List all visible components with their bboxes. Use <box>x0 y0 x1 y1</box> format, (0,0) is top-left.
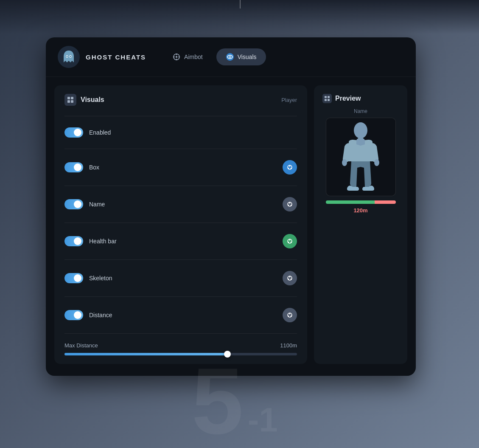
toggle-row-name: Name <box>64 193 297 216</box>
toggle-knob-health <box>74 237 81 245</box>
label-distance: Distance <box>89 312 112 318</box>
preview-distance: 120m <box>353 207 367 214</box>
toggle-left-enabled: Enabled <box>64 127 111 138</box>
label-name: Name <box>89 201 105 208</box>
visuals-panel-title: Visuals <box>81 96 104 104</box>
preview-icon <box>322 94 332 103</box>
divider-5 <box>64 259 297 260</box>
divider-6 <box>64 296 297 297</box>
toggle-left-health: Health bar <box>64 236 117 246</box>
visuals-panel: Visuals Player Enabled <box>54 85 307 364</box>
svg-point-26 <box>288 205 289 206</box>
slider-header: Max Distance 1100m <box>64 342 297 349</box>
divider-2 <box>64 149 297 149</box>
toggle-distance[interactable] <box>64 310 83 320</box>
svg-rect-18 <box>71 100 73 103</box>
svg-point-14 <box>229 56 230 57</box>
svg-point-28 <box>289 239 291 241</box>
toggle-enabled[interactable] <box>64 127 83 138</box>
color-btn-distance[interactable] <box>283 308 297 322</box>
visuals-icon <box>226 53 234 61</box>
toggle-knob-box <box>74 163 81 171</box>
health-red <box>375 200 396 204</box>
svg-point-46 <box>374 159 379 166</box>
toggle-left-box: Box <box>64 162 99 172</box>
svg-point-25 <box>291 205 292 206</box>
svg-point-43 <box>354 122 367 138</box>
divider-1 <box>64 116 297 116</box>
slider-label: Max Distance <box>64 342 98 349</box>
toggle-row-box: Box <box>64 156 297 179</box>
preview-panel: Preview Name <box>314 85 407 364</box>
svg-point-24 <box>289 203 291 204</box>
player-figure-svg <box>335 121 386 193</box>
toggle-knob-skeleton <box>74 274 81 282</box>
svg-point-29 <box>291 242 292 243</box>
toggle-knob-distance <box>74 311 81 319</box>
toggle-row-distance: Distance <box>64 304 297 327</box>
svg-rect-39 <box>325 96 327 98</box>
toggle-skeleton[interactable] <box>64 273 83 283</box>
toggle-left-distance: Distance <box>64 310 112 320</box>
panel-title-group: Visuals <box>64 94 104 106</box>
svg-point-6 <box>176 56 177 58</box>
divider-4 <box>64 223 297 223</box>
label-health: Health bar <box>89 238 117 245</box>
svg-rect-17 <box>67 100 70 103</box>
svg-point-3 <box>67 56 67 57</box>
svg-point-20 <box>289 166 291 167</box>
svg-point-38 <box>288 316 289 317</box>
preview-header: Preview <box>322 94 361 103</box>
panel-header: Visuals Player <box>64 94 297 106</box>
toggle-name[interactable] <box>64 199 83 209</box>
svg-rect-42 <box>328 99 330 101</box>
svg-point-45 <box>342 159 347 166</box>
svg-rect-40 <box>328 96 330 98</box>
logo-container: GHOST CHEATS <box>58 46 146 68</box>
ghost-logo-icon <box>58 46 80 68</box>
toggle-row-health: Health bar <box>64 230 297 253</box>
preview-name-label: Name <box>354 108 367 114</box>
slider-thumb[interactable] <box>224 351 231 358</box>
slider-track[interactable] <box>64 353 297 355</box>
nav-tabs: Aimbot Visuals <box>163 48 266 65</box>
svg-point-30 <box>288 242 289 243</box>
color-btn-name[interactable] <box>283 197 297 211</box>
svg-point-37 <box>291 316 292 317</box>
toggle-box[interactable] <box>64 162 83 172</box>
svg-point-36 <box>289 313 291 315</box>
content-area: Visuals Player Enabled <box>46 77 416 376</box>
svg-point-4 <box>70 56 71 57</box>
aimbot-tab-label: Aimbot <box>184 54 203 60</box>
visuals-panel-icon <box>64 94 76 106</box>
toggle-row-enabled: Enabled <box>64 123 297 142</box>
svg-point-32 <box>289 276 291 278</box>
label-box: Box <box>89 164 99 171</box>
svg-rect-16 <box>71 97 73 99</box>
color-btn-health[interactable] <box>283 234 297 248</box>
main-panel: GHOST CHEATS Aimbot <box>46 37 416 376</box>
visuals-tab-label: Visuals <box>238 54 257 60</box>
toggle-health[interactable] <box>64 236 83 246</box>
preview-title: Preview <box>335 95 361 102</box>
slider-value: 1100m <box>280 342 297 349</box>
divider-3 <box>64 186 297 186</box>
slider-section: Max Distance 1100m <box>64 342 297 355</box>
label-skeleton: Skeleton <box>89 275 112 282</box>
tab-aimbot[interactable]: Aimbot <box>163 48 212 65</box>
color-btn-box[interactable] <box>283 160 297 175</box>
color-btn-skeleton[interactable] <box>283 271 297 285</box>
health-green <box>326 200 375 204</box>
brand-name: GHOST CHEATS <box>86 54 146 61</box>
health-bar <box>326 200 396 204</box>
svg-point-33 <box>291 279 292 280</box>
visuals-panel-subtitle: Player <box>281 97 297 103</box>
divider-7 <box>64 333 297 334</box>
svg-point-21 <box>291 168 292 169</box>
toggle-row-skeleton: Skeleton <box>64 267 297 290</box>
toggle-left-skeleton: Skeleton <box>64 273 112 283</box>
toggle-knob-name <box>74 200 81 208</box>
tab-visuals[interactable]: Visuals <box>216 48 266 65</box>
aimbot-icon <box>172 53 181 61</box>
toggle-left-name: Name <box>64 199 105 209</box>
